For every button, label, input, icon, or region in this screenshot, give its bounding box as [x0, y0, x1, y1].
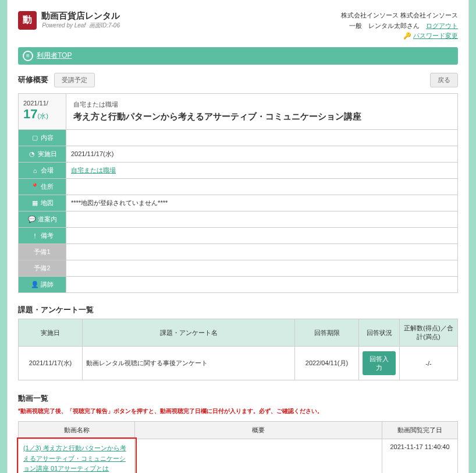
overview-location-sub: 自宅または職場	[73, 100, 450, 110]
screen-id: 画面ID:7-06	[89, 22, 120, 29]
user-top-icon: ≡	[23, 51, 33, 61]
value-guide	[66, 211, 458, 228]
person-icon: 👤	[31, 281, 39, 289]
building-icon: ⌂	[31, 167, 39, 175]
back-button[interactable]: 戻る	[430, 73, 458, 87]
header: 動 動画百貨店レンタル Powered by Leaf画面ID:7-06 株式会…	[18, 10, 458, 41]
value-note	[66, 228, 458, 244]
speech-icon: ▢	[31, 134, 39, 142]
clock-icon: ◔	[28, 150, 36, 158]
overview-table: 2021/11/ 17(水) 自宅または職場 考え方と行動パターンから考えるアサ…	[18, 93, 458, 294]
logo-badge: 動	[18, 11, 37, 30]
survey-date: 2021/11/17(水)	[19, 347, 83, 380]
value-address	[66, 179, 458, 195]
pin-icon: 📍	[31, 183, 39, 191]
value-pre1	[66, 244, 458, 260]
password-change-link[interactable]: パスワード変更	[413, 32, 458, 39]
note-icon: !	[31, 232, 39, 240]
video-summary-1	[135, 439, 382, 473]
answer-button[interactable]: 回答入力	[363, 351, 396, 375]
col-name: 課題・アンケート名	[83, 319, 295, 347]
key-icon: 🔑	[403, 32, 411, 40]
col-date: 実施日	[19, 319, 83, 347]
map-icon: ▦	[31, 199, 39, 207]
label-guide: 道案内	[38, 215, 57, 224]
course-title: 考え方と行動パターンから考えるアサーティブ・コミュニケーション講座	[73, 110, 450, 123]
venue-link[interactable]: 自宅または職場	[71, 167, 116, 174]
label-note: 備考	[41, 231, 54, 240]
survey-score: -/-	[400, 347, 458, 380]
video-done-1: 2021-11-17 11:40:40	[382, 439, 458, 473]
value-pre2	[66, 260, 458, 277]
powered-by: Powered by Leaf	[42, 22, 86, 29]
label-pre1: 予備1	[34, 248, 50, 255]
label-pre2: 予備2	[34, 264, 50, 271]
video-table: 動画名称 概要 動画閲覧完了日 (1／3) 考え方と行動パターンから考えるアサー…	[18, 421, 458, 473]
user-name: 一般 レンタル太郎さん	[349, 22, 426, 29]
label-instructor: 講師	[41, 280, 54, 289]
overview-title: 研修概要	[18, 75, 48, 85]
logout-link[interactable]: ログアウト	[426, 22, 458, 29]
col-deadline: 回答期限	[295, 319, 359, 347]
nav-user-top[interactable]: 利用者TOP	[37, 51, 72, 61]
nav-bar: ≡ 利用者TOP	[18, 47, 458, 65]
col-status: 回答状況	[359, 319, 400, 347]
label-address: 住所	[41, 182, 54, 191]
survey-title: 課題・アンケート一覧	[18, 305, 458, 315]
overview-date-day: 17	[23, 107, 37, 121]
survey-deadline: 2022/04/11(月)	[295, 347, 359, 380]
value-instructor	[66, 277, 458, 293]
overview-date-ym: 2021/11/	[23, 100, 61, 107]
logo-text: 動画百貨店レンタル	[41, 10, 120, 22]
left-stripe	[0, 0, 7, 473]
overview-date-wd: (水)	[37, 112, 48, 119]
value-date: 2021/11/17(水)	[66, 146, 458, 163]
schedule-button[interactable]: 受講予定	[54, 73, 95, 87]
col-score: 正解数(得点)／合計(満点)	[400, 319, 458, 347]
vcol-done: 動画閲覧完了日	[382, 421, 458, 439]
video-title: 動画一覧	[18, 393, 458, 404]
route-icon: 💬	[28, 216, 36, 224]
survey-name: 動画レンタル視聴に関する事後アンケート	[83, 347, 295, 380]
label-venue: 会場	[41, 166, 54, 175]
value-map: ****地図が登録されていません****	[66, 195, 458, 211]
value-content	[66, 130, 458, 146]
label-map: 地図	[41, 199, 54, 207]
company-name: 株式会社インソース 株式会社インソース	[341, 10, 458, 21]
right-stripe	[469, 0, 476, 473]
survey-table: 実施日 課題・アンケート名 回答期限 回答状況 正解数(得点)／合計(満点) 2…	[18, 319, 458, 380]
label-date: 実施日	[38, 150, 57, 158]
video-link-1[interactable]: (1／3) 考え方と行動パターンから考えるアサーティブ・コミュニケーション講座 …	[23, 444, 126, 472]
vcol-summary: 概要	[135, 421, 382, 439]
label-content: 内容	[41, 133, 54, 142]
vcol-name: 動画名称	[19, 421, 135, 439]
video-warning: *動画視聴完了後、「視聴完了報告」ボタンを押すと、動画視聴完了日欄に日付が入りま…	[18, 407, 458, 415]
